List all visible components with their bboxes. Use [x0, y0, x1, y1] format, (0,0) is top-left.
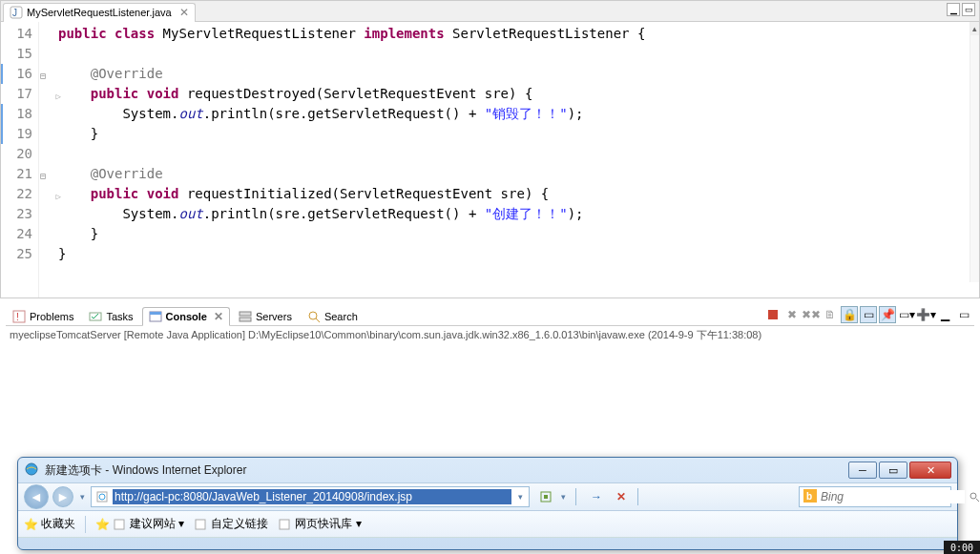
- remove-launch-button[interactable]: ✖: [783, 306, 801, 323]
- svg-rect-22: [280, 520, 289, 529]
- svg-point-9: [309, 312, 317, 319]
- link-label: 自定义链接: [211, 516, 268, 532]
- java-file-icon: J: [10, 6, 23, 19]
- search-field-wrap[interactable]: b ▾: [799, 486, 951, 507]
- forward-button[interactable]: ►: [52, 486, 73, 507]
- page-icon: [278, 518, 291, 531]
- svg-rect-6: [150, 312, 161, 315]
- star-add-icon: ⭐: [95, 518, 109, 531]
- open-console-button[interactable]: ➕▾: [917, 306, 934, 323]
- fav-label: 收藏夹: [41, 516, 75, 532]
- link-label: 建议网站 ▾: [130, 516, 184, 532]
- favorites-button[interactable]: ⭐收藏夹: [24, 516, 75, 532]
- code-editor[interactable]: 14 15 16 17 18 19 20 21 22 23 24 25 publ…: [1, 22, 979, 298]
- search-input[interactable]: [821, 490, 965, 503]
- stop-button[interactable]: ✕: [613, 488, 630, 505]
- show-console-button[interactable]: ▭: [860, 306, 877, 323]
- close-icon[interactable]: ✕: [214, 310, 223, 323]
- close-window-button[interactable]: ✕: [909, 462, 951, 479]
- line-number: 25: [1, 244, 32, 264]
- svg-point-18: [970, 493, 976, 499]
- url-field-wrap[interactable]: ▾: [91, 486, 530, 507]
- overview-ruler[interactable]: ▴: [970, 22, 979, 282]
- search-button[interactable]: [969, 490, 980, 503]
- svg-rect-7: [240, 312, 251, 316]
- tab-label: Console: [166, 311, 207, 322]
- svg-rect-11: [768, 310, 778, 319]
- url-dropdown[interactable]: ▾: [515, 492, 525, 502]
- ie-window: 新建选项卡 - Windows Internet Explorer ─ ▭ ✕ …: [17, 457, 958, 550]
- line-number: 22: [1, 184, 32, 204]
- tab-label: Tasks: [106, 311, 133, 322]
- tab-search[interactable]: Search: [301, 307, 365, 326]
- terminate-button[interactable]: [764, 306, 782, 323]
- star-icon: ⭐: [24, 518, 37, 531]
- tab-tasks[interactable]: Tasks: [82, 307, 139, 326]
- clear-console-button[interactable]: 🗎: [822, 306, 839, 323]
- suggested-sites-link[interactable]: ⭐建议网站 ▾: [95, 516, 184, 532]
- minimize-view-button[interactable]: ▁: [947, 3, 960, 16]
- window-title: 新建选项卡 - Windows Internet Explorer: [45, 462, 841, 479]
- svg-line-19: [976, 499, 979, 502]
- tasks-icon: [89, 310, 102, 323]
- console-process-label: myeclipseTomcatServer [Remote Java Appli…: [6, 326, 974, 344]
- svg-rect-20: [115, 520, 124, 529]
- views-pane: !Problems Tasks Console✕ Servers Search …: [6, 305, 974, 448]
- nav-history-dropdown[interactable]: ▾: [77, 492, 87, 502]
- url-input[interactable]: [113, 489, 511, 504]
- web-slices-link[interactable]: 网页快讯库 ▾: [278, 516, 361, 532]
- tab-servers[interactable]: Servers: [232, 307, 299, 326]
- back-button[interactable]: ◄: [24, 484, 49, 509]
- views-tab-bar: !Problems Tasks Console✕ Servers Search …: [6, 305, 974, 326]
- ie-title-bar[interactable]: 新建选项卡 - Windows Internet Explorer ─ ▭ ✕: [18, 458, 957, 482]
- tab-label: Servers: [256, 311, 292, 322]
- svg-rect-8: [240, 318, 251, 321]
- line-number: 17: [1, 84, 32, 104]
- line-number: 19: [1, 124, 32, 144]
- code-content[interactable]: public class MyServletRequestListener im…: [39, 22, 979, 298]
- line-number: 16: [1, 64, 32, 84]
- tab-console[interactable]: Console✕: [142, 307, 230, 326]
- svg-text:J: J: [12, 8, 17, 18]
- tab-problems[interactable]: !Problems: [6, 307, 80, 326]
- link-label: 网页快讯库 ▾: [295, 516, 361, 532]
- minimize-window-button[interactable]: ─: [848, 462, 877, 479]
- maximize-view-button[interactable]: ▭: [962, 3, 975, 16]
- page-icon: [95, 490, 109, 503]
- scroll-lock-button[interactable]: 🔒: [841, 306, 858, 323]
- editor-tab[interactable]: J MyServletRequestListener.java ✕: [3, 3, 196, 22]
- svg-rect-2: [13, 311, 25, 322]
- compat-view-button[interactable]: [537, 488, 554, 505]
- maximize-window-button[interactable]: ▭: [879, 462, 907, 479]
- page-icon: [113, 518, 126, 531]
- line-number: 24: [1, 224, 32, 244]
- tab-label: Search: [324, 311, 358, 322]
- ie-favorites-bar: ⭐收藏夹 ⭐建议网站 ▾ 自定义链接 网页快讯库 ▾: [18, 511, 957, 538]
- svg-rect-21: [196, 520, 205, 529]
- console-toolbar: ✖ ✖✖ 🗎 🔒 ▭ 📌 ▭▾ ➕▾ ▁ ▭: [764, 306, 972, 323]
- editor-pane: J MyServletRequestListener.java ✕ ▁ ▭ 14…: [0, 0, 980, 298]
- display-selected-button[interactable]: ▭▾: [898, 306, 915, 323]
- console-output[interactable]: [6, 344, 974, 449]
- line-number: 23: [1, 204, 32, 224]
- page-icon: [194, 518, 207, 531]
- clock-overlay: 0:00: [944, 541, 980, 554]
- ie-app-icon: [24, 462, 39, 480]
- remove-all-button[interactable]: ✖✖: [803, 306, 820, 323]
- close-icon[interactable]: ✕: [179, 6, 189, 19]
- custom-links-link[interactable]: 自定义链接: [194, 516, 268, 532]
- go-button[interactable]: →: [588, 488, 605, 505]
- separator: [637, 488, 638, 505]
- scroll-up-button[interactable]: ▴: [970, 22, 979, 35]
- pin-console-button[interactable]: 📌: [879, 306, 896, 323]
- maximize-button[interactable]: ▭: [955, 306, 972, 323]
- minimize-button[interactable]: ▁: [936, 306, 953, 323]
- search-icon: [307, 310, 321, 323]
- line-gutter: 14 15 16 17 18 19 20 21 22 23 24 25: [1, 22, 39, 298]
- tab-label: Problems: [30, 311, 73, 322]
- servers-icon: [239, 310, 252, 323]
- svg-line-10: [316, 318, 320, 322]
- separator: [85, 516, 86, 533]
- svg-text:!: !: [16, 312, 19, 322]
- compat-dropdown[interactable]: ▾: [558, 492, 568, 502]
